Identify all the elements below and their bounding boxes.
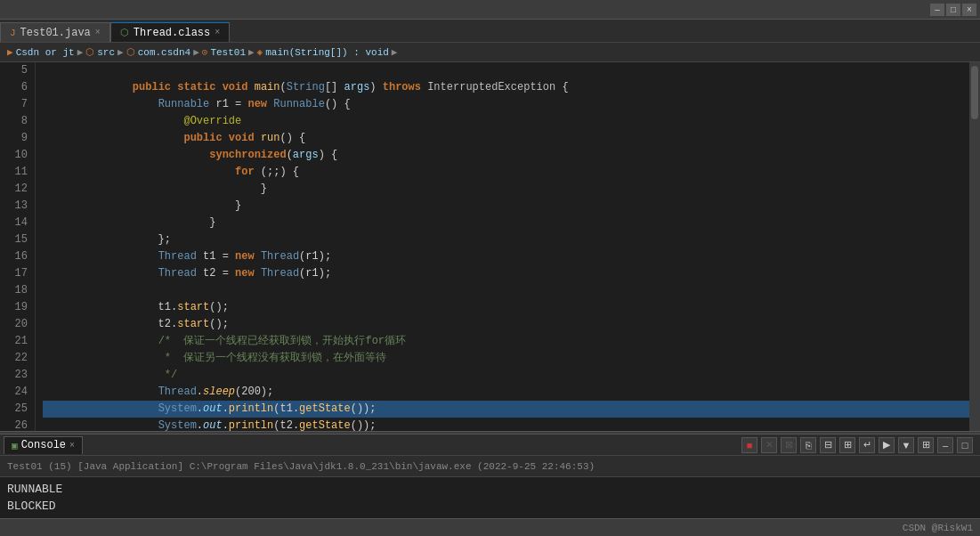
console-output[interactable]: RUNNABLE BLOCKED: [0, 477, 980, 518]
tab-test01-label: Test01.java: [20, 27, 91, 39]
title-bar: – □ ×: [0, 0, 980, 20]
code-lines[interactable]: public static void main(String[] args) t…: [36, 62, 969, 431]
minimize-button[interactable]: –: [930, 4, 944, 16]
line-num-23: 23: [4, 367, 28, 384]
line-num-17: 17: [4, 265, 28, 282]
code-line-5: public static void main(String[] args) t…: [43, 62, 969, 79]
console-paste-button[interactable]: ⊟: [820, 437, 836, 453]
line-num-5: 5: [4, 62, 28, 79]
breadcrumb-item-3[interactable]: Test01: [210, 47, 246, 58]
console-maximize-panel-button[interactable]: □: [957, 437, 973, 453]
editor-content[interactable]: 5 6 7 8 9 10 11 12 13 14 15 16 17 18 19 …: [0, 62, 980, 431]
status-bar: CSDN @RiskW1: [0, 518, 980, 536]
window-controls: – □ ×: [930, 4, 976, 16]
console-scroll-lock-button[interactable]: ⊞: [839, 437, 855, 453]
console-settings-button[interactable]: ▼: [898, 437, 914, 453]
line-num-19: 19: [4, 299, 28, 316]
line-num-9: 9: [4, 130, 28, 147]
line-num-24: 24: [4, 384, 28, 401]
line-num-16: 16: [4, 248, 28, 265]
console-toolbar: ■ ✕ ⊠ ⎘ ⊟ ⊞ ↵ ▶ ▼ ⊞ – □: [741, 437, 980, 453]
console-new-window-button[interactable]: ⊞: [918, 437, 934, 453]
line-num-22: 22: [4, 350, 28, 367]
tab-thread-label: Thread.class: [134, 27, 210, 39]
line-num-12: 12: [4, 181, 28, 198]
tab-thread-close[interactable]: ×: [215, 28, 220, 37]
class-file-icon: ⬡: [120, 27, 129, 38]
line-num-10: 10: [4, 147, 28, 164]
console-tab-label: Console: [21, 439, 66, 451]
breadcrumb-item-1[interactable]: src: [97, 47, 115, 58]
console-tab[interactable]: ▣ Console ×: [4, 436, 83, 454]
editor-scrollbar-thumb: [971, 66, 978, 119]
tab-test01-close[interactable]: ×: [95, 28, 101, 37]
editor-vertical-scrollbar[interactable]: [969, 62, 980, 431]
line-num-20: 20: [4, 316, 28, 333]
console-line-runnable: RUNNABLE: [7, 481, 973, 498]
console-clear-button[interactable]: ⊠: [781, 437, 797, 453]
line-num-6: 6: [4, 79, 28, 96]
breadcrumb-sep-1: ▶: [117, 46, 124, 58]
breadcrumb-workspace-icon: ▶: [7, 46, 13, 58]
line-num-14: 14: [4, 215, 28, 231]
breadcrumb-item-0[interactable]: Csdn or jt: [16, 47, 75, 58]
console-word-wrap-button[interactable]: ↵: [859, 437, 875, 453]
breadcrumb-sep-3: ▶: [248, 46, 255, 58]
code-area[interactable]: 5 6 7 8 9 10 11 12 13 14 15 16 17 18 19 …: [0, 62, 980, 431]
breadcrumb-item-2[interactable]: com.csdn4: [138, 47, 190, 58]
console-header-bar: Test01 (15) [Java Application] C:\Progra…: [0, 456, 980, 477]
code-line-18: t1.start();: [43, 282, 969, 299]
console-disconnect-button[interactable]: ✕: [761, 437, 777, 453]
breadcrumb-method-icon: ◈: [257, 46, 263, 58]
line-num-8: 8: [4, 113, 28, 130]
line-numbers: 5 6 7 8 9 10 11 12 13 14 15 16 17 18 19 …: [0, 62, 36, 431]
breadcrumb-sep-0: ▶: [77, 46, 84, 58]
breadcrumb-class-icon: ⊙: [202, 46, 208, 58]
console-tab-icon: ▣: [12, 440, 18, 451]
line-num-25: 25: [4, 401, 28, 418]
line-num-26: 26: [4, 418, 28, 431]
code-line-15: Thread t1 = new Thread(r1);: [43, 231, 969, 248]
line-num-7: 7: [4, 96, 28, 113]
console-minimize-panel-button[interactable]: –: [937, 437, 953, 453]
line-num-13: 13: [4, 198, 28, 215]
console-info-text: Test01 (15) [Java Application] C:\Progra…: [0, 461, 602, 472]
console-line-blocked: BLOCKED: [7, 498, 973, 515]
breadcrumb-src-icon: ⬡: [85, 46, 94, 58]
breadcrumb: ▶ Csdn or jt ▶ ⬡ src ▶ ⬡ com.csdn4 ▶ ⊙ T…: [0, 43, 980, 62]
line-num-11: 11: [4, 164, 28, 181]
console-stop-button[interactable]: ■: [741, 437, 757, 453]
editor-tab-bar: J Test01.java × ⬡ Thread.class ×: [0, 20, 980, 43]
console-tab-bar: ▣ Console × ■ ✕ ⊠ ⎘ ⊟ ⊞ ↵ ▶ ▼ ⊞ – □: [0, 434, 980, 456]
java-file-icon: J: [10, 28, 16, 38]
line-num-15: 15: [4, 231, 28, 248]
line-num-21: 21: [4, 333, 28, 350]
console-pin-button[interactable]: ▶: [879, 437, 895, 453]
editor-container: 5 6 7 8 9 10 11 12 13 14 15 16 17 18 19 …: [0, 62, 980, 431]
console-copy-button[interactable]: ⎘: [800, 437, 816, 453]
breadcrumb-item-4[interactable]: main(String[]) : void: [265, 47, 389, 58]
tab-thread[interactable]: ⬡ Thread.class ×: [110, 22, 230, 42]
breadcrumb-sep-2: ▶: [193, 46, 199, 58]
line-num-18: 18: [4, 282, 28, 299]
code-line-23: Thread.sleep(200);: [43, 367, 969, 384]
maximize-button[interactable]: □: [946, 4, 960, 16]
close-button[interactable]: ×: [962, 4, 976, 16]
tab-test01[interactable]: J Test01.java ×: [0, 22, 110, 42]
breadcrumb-pkg-icon: ⬡: [126, 46, 135, 58]
breadcrumb-sep-4: ▶: [392, 46, 398, 58]
console-tab-close[interactable]: ×: [69, 441, 75, 451]
console-panel: ▣ Console × ■ ✕ ⊠ ⎘ ⊟ ⊞ ↵ ▶ ▼ ⊞ – □ Test…: [0, 434, 980, 518]
status-text: CSDN @RiskW1: [903, 523, 973, 533]
